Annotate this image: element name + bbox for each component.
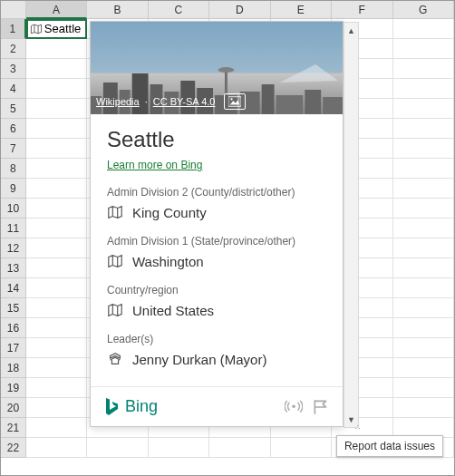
- cell[interactable]: [87, 438, 148, 458]
- row-header[interactable]: 20: [1, 398, 26, 418]
- row-header[interactable]: 15: [1, 298, 26, 318]
- row-header[interactable]: 22: [1, 438, 26, 458]
- cell[interactable]: [393, 318, 454, 338]
- column-header[interactable]: A: [26, 1, 87, 19]
- cell[interactable]: [393, 219, 454, 238]
- row-header[interactable]: 7: [1, 139, 26, 159]
- cell[interactable]: [393, 139, 454, 159]
- scroll-up-button[interactable]: ▲: [344, 23, 358, 38]
- cell[interactable]: [393, 119, 454, 139]
- cell[interactable]: [26, 278, 87, 298]
- cell-value: Seattle: [44, 21, 81, 37]
- column-header[interactable]: D: [209, 1, 270, 19]
- cell[interactable]: [26, 398, 87, 418]
- field-value[interactable]: Washington: [107, 253, 326, 269]
- cell[interactable]: [26, 318, 87, 338]
- cell[interactable]: [393, 358, 454, 378]
- cell[interactable]: [26, 59, 87, 79]
- field-value[interactable]: King County: [107, 204, 326, 220]
- bing-logo-icon: [103, 397, 120, 417]
- cell[interactable]: [393, 378, 454, 398]
- cell[interactable]: [26, 99, 87, 119]
- row-header[interactable]: 19: [1, 378, 26, 398]
- cell[interactable]: [26, 258, 87, 278]
- row-header[interactable]: 5: [1, 99, 26, 119]
- svg-point-20: [292, 405, 295, 409]
- cell[interactable]: [393, 199, 454, 219]
- cell[interactable]: [393, 258, 454, 278]
- row-header[interactable]: 1: [1, 19, 26, 39]
- image-icon[interactable]: [224, 93, 246, 110]
- broadcast-icon[interactable]: [285, 398, 303, 416]
- cell[interactable]: [26, 358, 87, 378]
- column-header[interactable]: E: [271, 1, 332, 19]
- row-header[interactable]: 6: [1, 119, 26, 139]
- tooltip: Report data issues: [336, 435, 443, 457]
- cell[interactable]: [393, 338, 454, 358]
- cell[interactable]: [393, 159, 454, 179]
- hero-license-link[interactable]: CC BY-SA 4.0: [153, 96, 216, 107]
- cell[interactable]: [393, 179, 454, 199]
- row-header[interactable]: 4: [1, 79, 26, 99]
- map-icon: [30, 23, 43, 35]
- cell[interactable]: [271, 438, 332, 458]
- row-header[interactable]: 12: [1, 238, 26, 258]
- cell[interactable]: [26, 79, 87, 99]
- field-label: Leader(s): [107, 333, 326, 345]
- cell[interactable]: [26, 119, 87, 139]
- cell[interactable]: [26, 159, 87, 179]
- column-header[interactable]: C: [149, 1, 209, 19]
- row-header[interactable]: 13: [1, 258, 26, 278]
- row-header[interactable]: 16: [1, 318, 26, 338]
- cell[interactable]: [393, 238, 454, 258]
- cell[interactable]: [26, 219, 87, 238]
- row-header[interactable]: 21: [1, 418, 26, 438]
- cell[interactable]: [26, 378, 87, 398]
- cell[interactable]: [26, 179, 87, 199]
- cell[interactable]: [26, 438, 87, 458]
- cell[interactable]: [393, 99, 454, 119]
- cell[interactable]: [26, 338, 87, 358]
- row-header[interactable]: 17: [1, 338, 26, 358]
- bing-brand[interactable]: Bing: [103, 397, 158, 417]
- cell[interactable]: [26, 199, 87, 219]
- cell[interactable]: [393, 39, 454, 59]
- hero-source-link[interactable]: Wikipedia: [96, 96, 140, 107]
- row-header[interactable]: 14: [1, 278, 26, 298]
- cell[interactable]: [26, 238, 87, 258]
- resize-handle[interactable]: ∴: [355, 423, 359, 432]
- cell[interactable]: [26, 39, 87, 59]
- cell[interactable]: [393, 298, 454, 318]
- row-header[interactable]: 9: [1, 179, 26, 199]
- cell[interactable]: [393, 59, 454, 79]
- cell[interactable]: [26, 139, 87, 159]
- cell[interactable]: [393, 398, 454, 418]
- cell[interactable]: [393, 278, 454, 298]
- row-header[interactable]: 2: [1, 39, 26, 59]
- learn-more-link[interactable]: Learn more on Bing: [107, 159, 202, 171]
- row-header[interactable]: 10: [1, 199, 26, 219]
- column-header[interactable]: G: [393, 1, 454, 19]
- card-field: Leader(s)Jenny Durkan (Mayor): [107, 333, 326, 367]
- svg-rect-15: [323, 97, 343, 114]
- row-header[interactable]: 8: [1, 159, 26, 179]
- select-all-corner[interactable]: [1, 1, 26, 19]
- card-hero-image[interactable]: Wikipedia · CC BY-SA 4.0: [91, 22, 343, 114]
- cell[interactable]: [209, 438, 270, 458]
- cell[interactable]: [149, 438, 209, 458]
- cell[interactable]: [26, 298, 87, 318]
- column-header[interactable]: F: [332, 1, 392, 19]
- field-value[interactable]: Jenny Durkan (Mayor): [107, 351, 326, 367]
- row-header[interactable]: 18: [1, 358, 26, 378]
- card-scrollbar[interactable]: ▲ ▼: [344, 22, 359, 428]
- row-header[interactable]: 11: [1, 219, 26, 238]
- cell[interactable]: Seattle: [26, 19, 88, 39]
- field-value[interactable]: United States: [107, 302, 326, 318]
- cell[interactable]: [393, 79, 454, 99]
- svg-point-8: [218, 67, 234, 73]
- cell[interactable]: [393, 19, 454, 39]
- column-header[interactable]: B: [87, 1, 148, 19]
- row-header[interactable]: 3: [1, 59, 26, 79]
- flag-icon[interactable]: [312, 398, 330, 416]
- cell[interactable]: [26, 418, 87, 438]
